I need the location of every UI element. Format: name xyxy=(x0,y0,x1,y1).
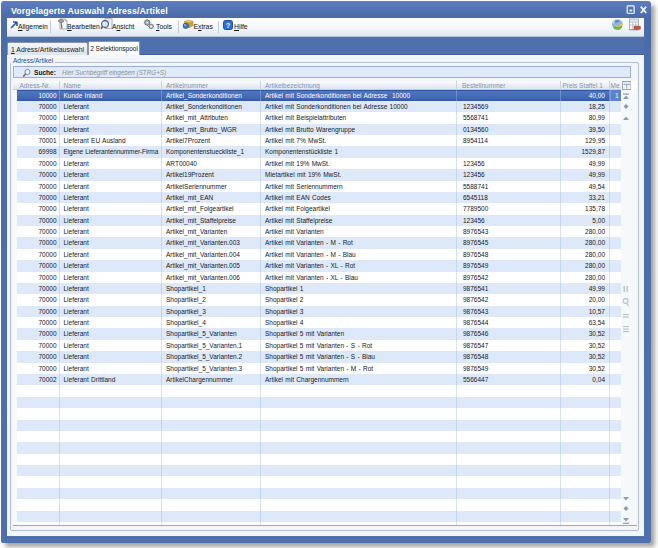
svg-text:?: ? xyxy=(225,21,230,30)
